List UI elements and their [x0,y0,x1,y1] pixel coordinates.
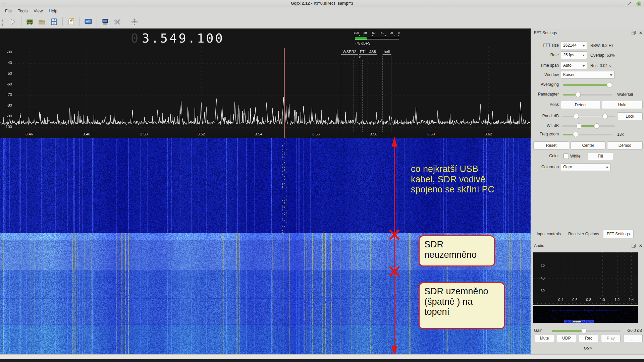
plotter-area: 03.549.100 -100 -80 -60 -40 -20 0 -75 dB… [0,28,531,354]
fft-size-label: FFT size [533,43,559,48]
spectrum-x-tick: 3.48 [83,132,90,136]
audio-y-tick: -60 [535,289,545,293]
audio-dock-header: Audio × [533,243,643,249]
audio-x-tick: 1.4 [629,298,634,302]
minimize-button[interactable]: − [617,1,622,6]
toolbar [0,15,644,29]
gain-label: Gain: [534,328,544,333]
tab-input-controls[interactable]: Input controls [533,230,564,238]
fft-size-select[interactable]: 262144 [561,42,587,49]
edit-tools-icon[interactable] [112,17,122,27]
pand-db-range-slider[interactable] [562,112,615,120]
meter-tick: -40 [380,31,384,35]
spectrum-display[interactable] [0,28,531,132]
io-config-icon[interactable] [25,17,35,27]
spectrum-x-tick: 3.58 [370,132,377,136]
panadapter-waterfall-slider[interactable] [563,90,612,99]
start-dsp-icon[interactable] [8,17,18,27]
fullscreen-icon[interactable] [129,17,140,27]
audio-buttons: Mute UDP Rec Play ... [533,334,643,343]
float-dock-icon[interactable] [632,31,636,35]
menu-tools[interactable]: Tools [15,8,31,14]
open-icon[interactable] [37,17,47,27]
chevron-down-icon [582,45,585,48]
overlap-value: Overlap: 63% [590,53,615,58]
spectrum-x-tick: 3.52 [198,132,205,136]
window-bottom-strip [0,354,644,360]
menu-file[interactable]: File [2,8,15,14]
close-button[interactable]: × [636,1,641,6]
band-label-ft8[interactable]: FT8 [354,55,362,60]
more-options-button[interactable]: ... [623,334,643,342]
fill-button[interactable]: Fill [588,152,613,160]
pand-lock-button[interactable]: Lock [617,112,643,120]
close-dock-icon[interactable]: × [639,31,642,35]
tab-fft-settings[interactable]: FFT Settings [603,230,633,238]
spectrum-x-tick: 3.50 [140,132,148,136]
annotation-usb-note: co nejkratší USB kabel, SDR vodivě spoje… [411,164,494,195]
band-label-wspr2[interactable]: WSPR2 [341,49,358,55]
gain-value: -20.0 dB [619,328,642,333]
band-label-ft4[interactable]: FT4 [359,49,368,55]
time-span-select[interactable]: Auto [561,62,587,69]
spectrum-x-tick: 3.62 [485,132,492,136]
band-edge-line [362,60,363,132]
panadapter-label: Panadapter [533,92,559,97]
float-dock-icon[interactable] [632,244,636,248]
dsp-display-icon[interactable] [83,17,93,27]
taskbar[interactable] [0,359,644,362]
color-label: Color [533,154,559,158]
band-label-hell[interactable]: hell [382,49,391,55]
rate-select[interactable]: 25 fps [561,51,587,59]
menu-help[interactable]: Help [46,8,60,14]
maximize-button[interactable]: ⤢ [627,1,632,6]
frequency-value: 3.549.100 [142,31,224,46]
peak-detect-button[interactable]: Detect [561,101,600,109]
audio-spectrum-display [533,252,638,305]
close-dock-icon[interactable]: × [639,243,642,248]
band-label-js8[interactable]: JS8 [368,49,377,55]
band-edge-line [377,54,377,132]
band-edge-line [382,54,383,132]
colormap-label: Colormap [533,165,559,169]
spectrum-y-tick: -70 [1,93,12,97]
gain-slider[interactable] [552,327,621,335]
play-button[interactable]: Play [601,334,621,342]
wf-db-range-slider[interactable] [562,122,615,130]
spectrum-y-tick: -80 [1,103,12,107]
meter-tick: -60 [371,31,375,35]
freq-zoom-slider[interactable] [563,130,612,138]
center-button[interactable]: Center [571,141,606,149]
band-edge-line [341,54,341,132]
save-icon[interactable] [49,17,59,27]
colormap-select[interactable]: Gqrx [561,163,610,171]
menu-view[interactable]: View [31,8,46,14]
gqrx-window: ⌄ Gqrx 2.12 - rtl=0,direct_samp=3 − ⤢ × … [0,0,644,362]
audio-x-tick: 0.6 [572,298,577,302]
white-checkbox[interactable] [564,154,569,159]
window-label: Window [533,72,559,77]
chevron-down-icon [582,65,585,68]
mute-button[interactable]: Mute [535,334,554,342]
pand-db-label: Pand. dB [533,114,559,118]
toolbar-drag-handle[interactable] [2,18,4,26]
demod-button[interactable]: Demod [607,141,643,149]
band-edge-line [391,54,391,132]
rec-button[interactable]: Rec [579,334,598,342]
udp-button[interactable]: UDP [557,334,576,342]
peak-hold-button[interactable]: Hold [602,101,643,109]
rbw-value: RBW: 9.2 Hz [590,43,613,48]
iq-tools-icon[interactable] [100,17,110,27]
spectrum-y-tick: -100 [1,125,12,129]
tuning-line[interactable] [284,48,285,138]
res-value: Res: 0.04 s [590,63,611,68]
reset-button[interactable]: Reset [533,141,569,149]
window-title: Gqrx 2.12 - rtl=0,direct_samp=3 [0,1,644,6]
averaging-slider[interactable] [563,81,612,89]
frequency-display[interactable]: 03.549.100 [131,31,224,46]
freq-zoom-label: Freq zoom [533,132,559,136]
bookmarks-icon[interactable] [66,17,76,27]
tab-receiver-options[interactable]: Receiver Options [565,230,602,238]
spectrum-y-tick: -60 [1,82,12,86]
window-select[interactable]: Kaiser [561,71,614,79]
